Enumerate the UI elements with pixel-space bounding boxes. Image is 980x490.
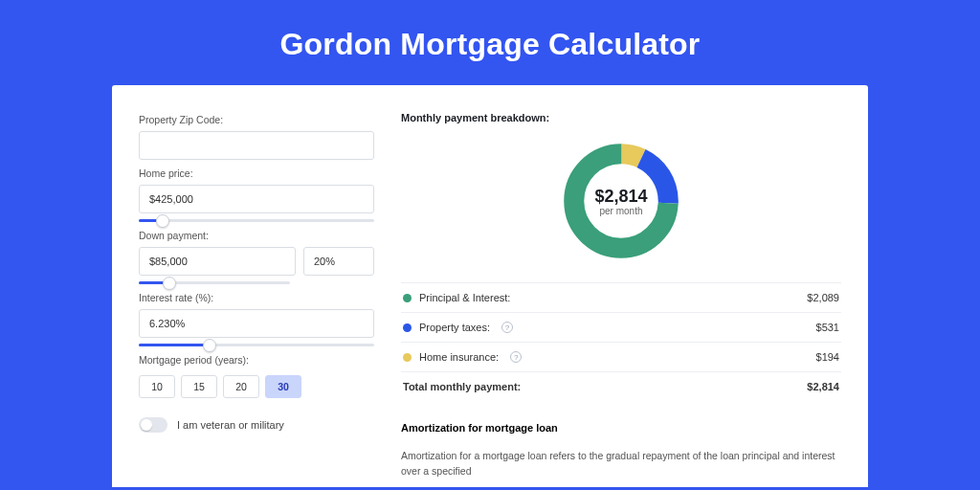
price-input[interactable] [139, 185, 374, 213]
info-icon[interactable]: ? [510, 351, 522, 363]
down-amount-input[interactable] [139, 247, 296, 276]
price-slider-thumb[interactable] [156, 214, 169, 228]
veteran-toggle[interactable] [139, 417, 167, 433]
legend-label: Property taxes: [419, 322, 490, 333]
down-label: Down payment: [139, 230, 374, 241]
period-option-10[interactable]: 10 [139, 375, 175, 398]
donut-amount: $2,814 [594, 187, 647, 207]
legend-label: Principal & Interest: [419, 292, 510, 303]
legend: Principal & Interest:$2,089Property taxe… [401, 282, 841, 401]
down-slider-thumb[interactable] [163, 277, 176, 290]
down-slider[interactable] [139, 281, 290, 284]
legend-dot [403, 294, 412, 302]
price-label: Home price: [139, 167, 374, 179]
legend-row: Property taxes:?$531 [401, 313, 841, 343]
legend-row: Home insurance:?$194 [401, 343, 841, 372]
period-option-15[interactable]: 15 [181, 375, 217, 398]
legend-dot [403, 353, 412, 362]
price-slider[interactable] [139, 219, 374, 222]
breakdown-panel: Monthly payment breakdown: $2,814 per mo… [401, 112, 841, 487]
legend-label: Home insurance: [419, 351, 499, 363]
amort-title: Amortization for mortgage loan [401, 422, 841, 434]
rate-slider-fill [139, 344, 210, 346]
legend-value: $194 [816, 351, 839, 363]
period-option-30[interactable]: 30 [265, 375, 301, 398]
page-title: Gordon Mortgage Calculator [0, 0, 980, 85]
total-value: $2,814 [807, 381, 839, 392]
amort-body: Amortization for a mortgage loan refers … [401, 449, 841, 479]
info-icon[interactable]: ? [501, 322, 513, 333]
zip-input[interactable] [139, 131, 374, 160]
inputs-panel: Property Zip Code: Home price: Down paym… [139, 112, 374, 487]
rate-input[interactable] [139, 309, 374, 338]
legend-dot [403, 323, 412, 332]
period-label: Mortgage period (years): [139, 354, 374, 366]
down-percent-input[interactable] [303, 247, 374, 276]
legend-total-row: Total monthly payment:$2,814 [401, 372, 841, 401]
rate-label: Interest rate (%): [139, 292, 374, 303]
rate-slider[interactable] [139, 344, 374, 346]
zip-label: Property Zip Code: [139, 114, 374, 125]
legend-row: Principal & Interest:$2,089 [401, 283, 841, 313]
legend-value: $531 [816, 322, 839, 333]
donut-chart: $2,814 per month [559, 139, 683, 263]
rate-slider-thumb[interactable] [203, 339, 216, 352]
legend-value: $2,089 [807, 292, 839, 303]
donut-sub: per month [599, 206, 642, 216]
veteran-label: I am veteran or military [177, 419, 284, 431]
total-label: Total monthly payment: [403, 381, 521, 392]
period-options: 10152030 [139, 375, 374, 398]
period-option-20[interactable]: 20 [223, 375, 259, 398]
calculator-card: Property Zip Code: Home price: Down paym… [112, 85, 868, 487]
breakdown-title: Monthly payment breakdown: [401, 112, 841, 123]
